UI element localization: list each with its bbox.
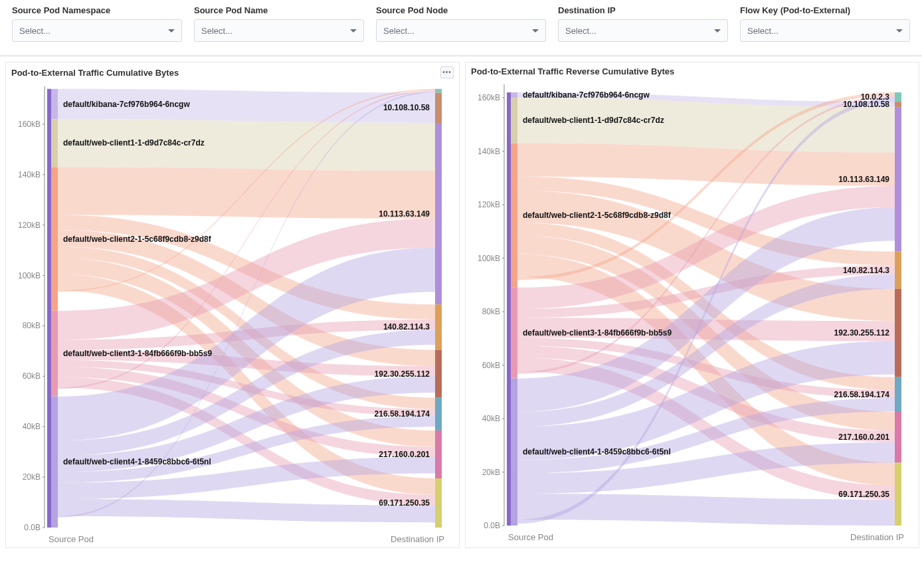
svg-text:20kB: 20kB [482, 468, 500, 477]
svg-rect-73 [511, 288, 517, 379]
svg-text:default/web-client1-1-d9d7c84c: default/web-client1-1-d9d7c84c-cr7dz [63, 138, 205, 147]
svg-rect-20 [51, 89, 58, 120]
svg-text:Source Pod: Source Pod [48, 534, 94, 544]
svg-rect-31 [435, 92, 442, 123]
svg-text:default/web-client4-1-8459c8bb: default/web-client4-1-8459c8bbc6-6t5nl [523, 447, 671, 456]
svg-text:60kB: 60kB [23, 371, 41, 381]
filter-bar: Source Pod NamespaceSelect...Source Pod … [0, 0, 922, 56]
svg-text:160kB: 160kB [478, 93, 500, 102]
svg-text:140kB: 140kB [18, 170, 41, 179]
sankey-chart: 0.0B20kB40kB60kB80kB100kB120kB140kB160kB… [6, 82, 459, 547]
svg-rect-43 [435, 478, 442, 528]
svg-text:20kB: 20kB [23, 472, 41, 482]
svg-rect-81 [895, 107, 901, 251]
svg-text:120kB: 120kB [18, 221, 41, 230]
svg-text:217.160.0.201: 217.160.0.201 [838, 433, 889, 442]
svg-rect-71 [511, 144, 517, 288]
svg-rect-37 [435, 350, 442, 398]
svg-rect-89 [895, 412, 901, 462]
svg-text:80kB: 80kB [23, 321, 41, 330]
svg-text:default/web-client1-1-d9d7c84c: default/web-client1-1-d9d7c84c-cr7dz [523, 116, 664, 125]
panel-title: Pod-to-External Traffic Cumulative Bytes [11, 68, 179, 78]
panel-reverse-cumulative-bytes: Pod-to-External Traffic Reverse Cumulati… [465, 62, 919, 548]
chevron-down-icon [168, 29, 175, 33]
filter-label: Destination IP [558, 5, 728, 15]
svg-text:default/web-client2-1-5c68f9cd: default/web-client2-1-5c68f9cdb8-z9d8f [523, 211, 672, 220]
svg-text:default/web-client3-1-84fb666f: default/web-client3-1-84fb666f9b-bb5s9 [63, 349, 212, 358]
svg-text:100kB: 100kB [18, 271, 41, 280]
panel-menu-button[interactable]: ••• [440, 66, 454, 78]
svg-rect-77 [895, 92, 901, 102]
svg-text:192.30.255.112: 192.30.255.112 [834, 328, 890, 338]
filter-select[interactable]: Select... [12, 19, 182, 42]
chevron-down-icon [532, 29, 539, 33]
sankey-chart: 0.0B20kB40kB60kB80kB100kB120kB140kB160kB… [466, 80, 919, 545]
svg-rect-79 [895, 102, 901, 107]
svg-text:10.108.10.58: 10.108.10.58 [843, 100, 889, 109]
svg-text:Destination IP: Destination IP [391, 534, 444, 544]
svg-text:216.58.194.174: 216.58.194.174 [834, 390, 890, 399]
svg-rect-41 [435, 431, 442, 478]
svg-text:217.160.0.201: 217.160.0.201 [379, 450, 430, 459]
svg-text:0.0B: 0.0B [484, 521, 500, 530]
svg-rect-69 [511, 98, 517, 143]
chevron-down-icon [350, 29, 357, 33]
svg-rect-22 [51, 119, 58, 167]
panel-title: Pod-to-External Traffic Reverse Cumulati… [471, 66, 674, 76]
svg-text:40kB: 40kB [482, 414, 500, 423]
filter-select[interactable]: Select... [740, 19, 910, 42]
svg-text:69.171.250.35: 69.171.250.35 [838, 490, 889, 499]
svg-rect-85 [895, 289, 901, 377]
svg-rect-28 [51, 397, 58, 528]
svg-text:100kB: 100kB [478, 254, 500, 263]
svg-rect-26 [51, 311, 58, 397]
svg-text:default/web-client4-1-8459c8bb: default/web-client4-1-8459c8bbc6-6t5nl [63, 457, 211, 466]
svg-text:Source Pod: Source Pod [508, 532, 553, 542]
svg-rect-35 [435, 304, 442, 349]
svg-text:140kB: 140kB [478, 147, 500, 156]
svg-rect-91 [895, 462, 901, 526]
svg-rect-33 [435, 123, 442, 304]
svg-text:140.82.114.3: 140.82.114.3 [843, 266, 889, 275]
filter-label: Flow Key (Pod-to-External) [740, 5, 910, 15]
filter-label: Source Pod Name [194, 5, 364, 15]
svg-text:40kB: 40kB [23, 422, 41, 431]
svg-text:140.82.114.3: 140.82.114.3 [383, 322, 430, 332]
panel-cumulative-bytes: Pod-to-External Traffic Cumulative Bytes… [5, 62, 460, 548]
svg-rect-19 [47, 89, 51, 528]
svg-rect-66 [507, 92, 511, 526]
svg-text:10.113.63.149: 10.113.63.149 [838, 175, 889, 184]
filter-select[interactable]: Select... [558, 19, 728, 42]
svg-text:10.108.10.58: 10.108.10.58 [383, 103, 430, 112]
more-icon: ••• [442, 69, 452, 76]
svg-text:216.58.194.174: 216.58.194.174 [375, 409, 430, 419]
svg-text:0.0B: 0.0B [24, 523, 41, 532]
svg-text:default/web-client3-1-84fb666f: default/web-client3-1-84fb666f9b-bb5s9 [523, 328, 672, 338]
svg-text:default/kibana-7cf976b964-6ncg: default/kibana-7cf976b964-6ncgw [523, 90, 650, 100]
svg-rect-83 [895, 252, 901, 289]
filter-select[interactable]: Select... [376, 19, 546, 42]
svg-text:default/kibana-7cf976b964-6ncg: default/kibana-7cf976b964-6ncgw [63, 100, 190, 109]
svg-text:60kB: 60kB [482, 361, 500, 370]
chevron-down-icon [714, 29, 721, 33]
svg-rect-87 [895, 377, 901, 412]
svg-text:192.30.255.112: 192.30.255.112 [375, 369, 430, 379]
svg-text:Destination IP: Destination IP [850, 532, 904, 542]
svg-text:69.171.250.35: 69.171.250.35 [379, 498, 430, 508]
svg-rect-39 [435, 398, 442, 431]
filter-label: Source Pod Node [376, 5, 546, 15]
chevron-down-icon [896, 29, 903, 33]
svg-rect-24 [51, 167, 58, 310]
svg-rect-67 [511, 92, 517, 98]
svg-rect-30 [435, 89, 442, 93]
svg-text:10.113.63.149: 10.113.63.149 [379, 209, 430, 219]
filter-label: Source Pod Namespace [12, 5, 182, 15]
svg-text:80kB: 80kB [482, 307, 500, 316]
filter-select[interactable]: Select... [194, 19, 364, 42]
svg-text:160kB: 160kB [18, 120, 41, 129]
svg-rect-75 [511, 379, 517, 526]
svg-text:default/web-client2-1-5c68f9cd: default/web-client2-1-5c68f9cdb8-z9d8f [63, 235, 212, 244]
svg-text:120kB: 120kB [478, 200, 500, 209]
